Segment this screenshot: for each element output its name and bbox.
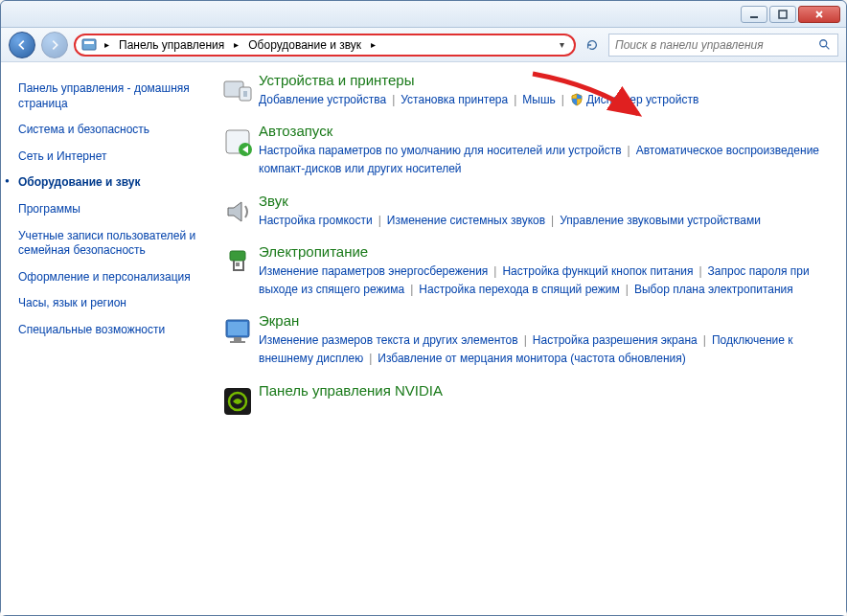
category-link[interactable]: Выбор плана электропитания bbox=[634, 283, 793, 296]
breadcrumb-current[interactable]: Оборудование и звук bbox=[246, 38, 363, 52]
svg-rect-0 bbox=[750, 16, 758, 18]
category-link[interactable]: Настройка громкости bbox=[259, 214, 373, 227]
category-link[interactable]: Настройка параметров по умолчанию для но… bbox=[259, 144, 622, 157]
category-links: Добавление устройства|Установка принтера… bbox=[259, 91, 831, 109]
address-dropdown-icon[interactable]: ▾ bbox=[556, 39, 568, 50]
category: ЗвукНастройка громкости|Изменение систем… bbox=[217, 193, 831, 230]
category: АвтозапускНастройка параметров по умолча… bbox=[217, 123, 831, 178]
content: Устройства и принтерыДобавление устройст… bbox=[207, 62, 846, 615]
svg-rect-11 bbox=[236, 262, 240, 266]
category: ЭлектропитаниеИзменение параметров энерг… bbox=[217, 243, 831, 299]
window: ▸ Панель управления ▸ Оборудование и зву… bbox=[0, 0, 847, 616]
sidebar-item[interactable]: Специальные возможности bbox=[18, 317, 199, 344]
nav-back-button[interactable] bbox=[9, 32, 35, 58]
category-link[interactable]: Изменение параметров энергосбережения bbox=[259, 264, 488, 278]
titlebar bbox=[1, 1, 846, 28]
category-link[interactable]: Мышь bbox=[522, 93, 556, 106]
toolbar: ▸ Панель управления ▸ Оборудование и зву… bbox=[1, 28, 846, 62]
category-links: Изменение параметров энергосбережения|На… bbox=[259, 262, 831, 299]
category-icon bbox=[217, 382, 259, 419]
search-box[interactable] bbox=[608, 34, 838, 57]
category-links: Изменение размеров текста и других элеме… bbox=[259, 331, 831, 368]
category-title[interactable]: Панель управления NVIDIA bbox=[259, 382, 831, 399]
category-link[interactable]: Диспетчер устройств bbox=[586, 93, 698, 106]
category-icon bbox=[217, 243, 259, 299]
body: Панель управления - домашняя страница Си… bbox=[1, 62, 846, 615]
category-icon bbox=[217, 123, 259, 178]
address-bar[interactable]: ▸ Панель управления ▸ Оборудование и зву… bbox=[74, 34, 576, 57]
svg-rect-14 bbox=[234, 337, 241, 341]
svg-rect-15 bbox=[230, 341, 245, 343]
search-input[interactable] bbox=[615, 38, 818, 52]
sidebar-item[interactable]: Сеть и Интернет bbox=[18, 144, 199, 171]
sidebar-item[interactable]: Часы, язык и регион bbox=[18, 290, 199, 317]
control-panel-icon bbox=[81, 37, 97, 53]
shield-icon bbox=[570, 93, 584, 106]
category: ЭкранИзменение размеров текста и других … bbox=[217, 312, 831, 368]
chevron-right-icon: ▸ bbox=[230, 39, 242, 50]
svg-rect-3 bbox=[84, 41, 94, 44]
category-link[interactable]: Управление звуковыми устройствами bbox=[560, 214, 761, 227]
sidebar-home[interactable]: Панель управления - домашняя страница bbox=[18, 76, 199, 117]
search-icon bbox=[818, 38, 832, 52]
category: Устройства и принтерыДобавление устройст… bbox=[217, 72, 831, 109]
sidebar-item[interactable]: Учетные записи пользователей и семейная … bbox=[18, 223, 199, 264]
category-title[interactable]: Автозапуск bbox=[259, 123, 831, 139]
close-button[interactable] bbox=[798, 6, 840, 23]
sidebar-item[interactable]: Оформление и персонализация bbox=[18, 264, 199, 291]
svg-point-4 bbox=[820, 39, 827, 46]
maximize-button[interactable] bbox=[769, 6, 796, 23]
category-links: Настройка параметров по умолчанию для но… bbox=[259, 142, 831, 178]
category-icon bbox=[217, 72, 259, 109]
category-link[interactable]: Настройка перехода в спящий режим bbox=[419, 283, 619, 296]
minimize-button[interactable] bbox=[741, 6, 767, 23]
sidebar: Панель управления - домашняя страница Си… bbox=[1, 62, 207, 615]
category-links: Настройка громкости|Изменение системных … bbox=[259, 212, 831, 230]
svg-rect-7 bbox=[243, 91, 247, 97]
refresh-button[interactable] bbox=[582, 34, 603, 56]
category-link[interactable]: Избавление от мерцания монитора (частота… bbox=[378, 352, 685, 365]
breadcrumb-root[interactable]: Панель управления bbox=[117, 38, 226, 52]
svg-rect-1 bbox=[779, 11, 787, 18]
category-title[interactable]: Экран bbox=[259, 312, 831, 329]
category-link[interactable]: Настройка разрешения экрана bbox=[533, 333, 698, 347]
category-icon bbox=[217, 312, 259, 368]
chevron-right-icon: ▸ bbox=[101, 39, 113, 50]
category-link[interactable]: Установка принтера bbox=[401, 93, 508, 106]
category-link[interactable]: Изменение размеров текста и других элеме… bbox=[259, 333, 518, 347]
chevron-right-icon: ▸ bbox=[367, 39, 379, 50]
category: Панель управления NVIDIA bbox=[217, 382, 831, 419]
category-title[interactable]: Звук bbox=[259, 193, 831, 209]
category-title[interactable]: Электропитание bbox=[259, 243, 831, 260]
category-link[interactable]: Добавление устройства bbox=[259, 93, 386, 106]
svg-rect-13 bbox=[228, 322, 247, 335]
nav-forward-button[interactable] bbox=[41, 32, 68, 58]
svg-rect-10 bbox=[230, 251, 245, 261]
category-link[interactable]: Настройка функций кнопок питания bbox=[502, 264, 693, 278]
category-link[interactable]: Изменение системных звуков bbox=[387, 214, 545, 227]
category-title[interactable]: Устройства и принтеры bbox=[259, 72, 831, 88]
svg-rect-2 bbox=[82, 39, 96, 50]
sidebar-item[interactable]: Система и безопасность bbox=[18, 117, 199, 144]
sidebar-item[interactable]: Оборудование и звук bbox=[18, 170, 199, 196]
sidebar-item[interactable]: Программы bbox=[18, 196, 199, 223]
category-icon bbox=[217, 193, 259, 230]
